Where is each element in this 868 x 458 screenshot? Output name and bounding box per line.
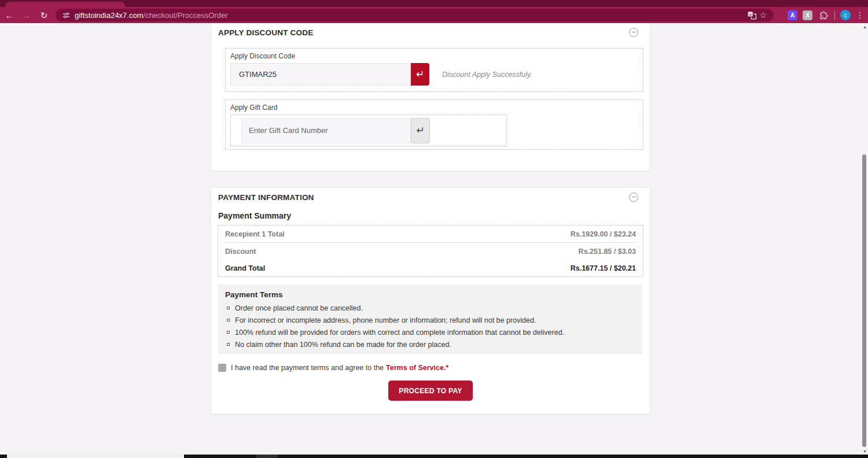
vertical-scrollbar-thumb[interactable] <box>862 154 866 447</box>
payment-terms-box: Payment Terms Order once placed cannot b… <box>218 285 642 354</box>
agree-terms-checkbox[interactable] <box>218 364 226 372</box>
terms-of-service-link[interactable]: Terms of Service.* <box>386 364 448 372</box>
bottom-bar-segment <box>256 455 278 458</box>
enter-arrow-icon: ↵ <box>416 68 424 80</box>
toolbar-divider <box>834 11 835 20</box>
translate-icon[interactable]: a <box>746 9 757 21</box>
summary-row-label: Recepient 1 Total <box>225 230 285 238</box>
proceed-to-pay-button[interactable]: PROCEED TO PAY <box>388 381 472 401</box>
extension-a-icon[interactable]: A <box>788 10 797 20</box>
gift-card-inner-box: ↵ <box>230 114 507 146</box>
reload-button[interactable]: ↻ <box>38 9 50 21</box>
discount-code-input[interactable] <box>230 63 411 86</box>
forward-button[interactable]: → <box>21 9 32 21</box>
browser-toolbar: ← → ↻ giftstoindia24x7.com/checkout/Proc… <box>0 7 868 23</box>
summary-row-grand-total: Grand Total Rs.1677.15 / $20.21 <box>225 260 636 276</box>
url-bar[interactable]: giftstoindia24x7.com/checkout/ProccessOr… <box>56 9 774 21</box>
agree-terms-row: I have read the payment terms and agree … <box>218 364 650 372</box>
square-bullet-icon <box>227 343 230 346</box>
payment-terms-title: Payment Terms <box>225 290 635 299</box>
summary-row-label: Discount <box>225 248 256 256</box>
apply-gift-card-button[interactable]: ↵ <box>411 118 430 143</box>
svg-text:a: a <box>749 12 751 16</box>
checkout-page: APPLY DISCOUNT CODE – Apply Discount Cod… <box>0 23 868 455</box>
square-bullet-icon <box>227 331 230 334</box>
back-button[interactable]: ← <box>3 9 15 21</box>
apply-discount-section: APPLY DISCOUNT CODE – Apply Discount Cod… <box>211 23 650 171</box>
payment-information-section: PAYMENT INFORMATION – Payment Summary Re… <box>211 187 650 414</box>
discount-success-message: Discount Apply Successfuly. <box>442 71 532 79</box>
profile-avatar[interactable]: c <box>840 10 851 20</box>
summary-row-value: Rs.251.85 / $3.03 <box>579 248 636 256</box>
discount-code-box: Apply Discount Code ↵ Discount Apply Suc… <box>225 48 643 92</box>
payment-section-title: PAYMENT INFORMATION <box>218 193 314 202</box>
extension-x-icon[interactable]: X <box>803 10 812 20</box>
payment-term: For incorrect or incomplete address, pho… <box>225 316 635 324</box>
horizontal-scrollbar-thumb[interactable] <box>7 455 184 458</box>
summary-row-value: Rs.1677.15 / $20.21 <box>571 264 636 272</box>
bookmark-star-icon[interactable]: ☆ <box>757 9 769 21</box>
square-bullet-icon <box>227 306 230 309</box>
payment-summary-title: Payment Summary <box>218 211 650 220</box>
collapse-payment-icon[interactable]: – <box>629 193 638 202</box>
square-bullet-icon <box>227 319 230 322</box>
agree-terms-text: I have read the payment terms and agree … <box>231 364 384 372</box>
payment-summary-table: Recepient 1 Total Rs.1929.00 / $23.24 Di… <box>218 225 643 277</box>
bottom-bar <box>0 455 868 458</box>
summary-row: Recepient 1 Total Rs.1929.00 / $23.24 <box>225 226 636 243</box>
discount-section-title: APPLY DISCOUNT CODE <box>218 28 313 37</box>
payment-term: Order once placed cannot be cancelled. <box>225 304 635 312</box>
payment-term: No claim other than 100% refund can be m… <box>225 341 635 349</box>
url-text[interactable]: giftstoindia24x7.com/checkout/ProccessOr… <box>75 11 227 20</box>
enter-arrow-icon: ↵ <box>416 124 424 136</box>
scroll-up-icon[interactable]: ▲ <box>863 25 867 29</box>
gift-card-label: Apply Gift Card <box>230 104 637 112</box>
gift-card-box: Apply Gift Card ↵ <box>225 99 643 150</box>
browser-menu-icon[interactable]: ⋮ <box>856 10 864 20</box>
browser-tab[interactable] <box>5 2 125 7</box>
payment-term: 100% refund will be provided for orders … <box>225 328 635 337</box>
site-info-icon[interactable] <box>61 10 71 20</box>
extensions-puzzle-icon[interactable] <box>818 9 829 21</box>
apply-discount-button[interactable]: ↵ <box>411 63 429 86</box>
collapse-discount-icon[interactable]: – <box>629 28 638 37</box>
discount-code-label: Apply Discount Code <box>230 52 637 60</box>
summary-row-label: Grand Total <box>225 264 265 272</box>
scroll-down-icon[interactable]: ▼ <box>863 449 867 453</box>
summary-row-value: Rs.1929.00 / $23.24 <box>571 230 636 238</box>
summary-row: Discount Rs.251.85 / $3.03 <box>225 243 636 260</box>
vertical-scrollbar[interactable]: ▲ ▼ <box>860 23 868 455</box>
gift-card-input[interactable] <box>241 118 411 143</box>
browser-frame <box>0 0 868 7</box>
